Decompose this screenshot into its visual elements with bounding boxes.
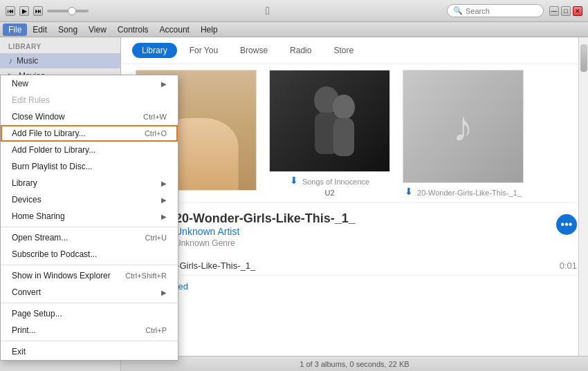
sidebar-item-music[interactable]: ♪ Music xyxy=(0,53,120,68)
svg-point-2 xyxy=(333,95,355,120)
tab-library[interactable]: Library xyxy=(132,43,177,58)
wonder-download-icon[interactable]: ⬇ xyxy=(405,186,413,197)
show-related-link[interactable]: Show Related xyxy=(121,276,588,297)
track-name: 20-Wonder-Girls-Like-This-_1_ xyxy=(132,260,560,271)
forward-button[interactable]: ⏭ xyxy=(33,6,43,16)
tab-store[interactable]: Store xyxy=(324,43,363,58)
menu-item-library-label: Library xyxy=(12,178,37,188)
new-arrow-icon: ▶ xyxy=(161,80,167,88)
main-layout: Library ♪ Music ▶ Movies 📺 TV Shows 🎙 Po… xyxy=(0,37,588,371)
menu-item-edit-rules: Edit Rules xyxy=(1,92,178,108)
menu-item-add-folder[interactable]: Add Folder to Library... xyxy=(1,142,178,158)
scrollbar[interactable] xyxy=(578,37,588,356)
menu-controls[interactable]: Controls xyxy=(112,23,154,36)
play-button[interactable]: ▶ xyxy=(19,6,29,16)
sidebar-label-music: Music xyxy=(17,56,38,66)
menu-item-add-file-label: Add File to Library... xyxy=(12,129,86,138)
table-row[interactable]: 20-Wonder-Girls-Like-This-_1_ 0:01 xyxy=(121,256,588,276)
menu-item-show-explorer[interactable]: Show in Windows Explorer Ctrl+Shift+R xyxy=(1,267,178,284)
menu-item-close-window[interactable]: Close Window Ctrl+W xyxy=(1,108,178,125)
menu-item-convert-label: Convert xyxy=(12,287,41,297)
volume-thumb[interactable] xyxy=(68,7,76,15)
tab-foryou[interactable]: For You xyxy=(180,43,228,58)
album-cover-wonder[interactable]: ♪ xyxy=(403,70,524,183)
menu-item-exit[interactable]: Exit xyxy=(1,343,178,360)
menu-edit[interactable]: Edit xyxy=(27,23,53,36)
album-card-wonder[interactable]: ♪ ⬇ 20-Wonder-Girls-Like-This-_1_ xyxy=(399,70,527,197)
track-duration: 0:01 xyxy=(560,260,577,271)
music-icon: ♪ xyxy=(8,56,12,66)
now-playing-artist[interactable]: Unknown Artist xyxy=(175,226,548,237)
add-file-shortcut: Ctrl+O xyxy=(145,129,167,137)
menu-item-convert[interactable]: Convert ▶ xyxy=(1,284,178,301)
menu-bar: File Edit Song View Controls Account Hel… xyxy=(0,22,588,37)
convert-arrow-icon: ▶ xyxy=(161,289,167,296)
title-center:  xyxy=(266,5,270,17)
sidebar-section-library: Library xyxy=(0,37,120,53)
u2-album-title: Songs of Innocence xyxy=(302,178,369,186)
menu-item-print[interactable]: Print... Ctrl+P xyxy=(1,322,178,339)
menu-item-home-sharing-label: Home Sharing xyxy=(12,211,65,221)
tab-radio[interactable]: Radio xyxy=(280,43,321,58)
menu-song[interactable]: Song xyxy=(53,23,83,36)
devices-arrow-icon: ▶ xyxy=(161,196,167,204)
menu-item-subscribe-podcast[interactable]: Subscribe to Podcast... xyxy=(1,246,178,263)
u2-silhouette-svg xyxy=(288,73,371,169)
wonder-album-title: 20-Wonder-Girls-Like-This-_1_ xyxy=(417,189,522,197)
close-button[interactable]: ✕ xyxy=(573,6,582,16)
nav-tabs: Library For You Browse Radio Store xyxy=(121,37,588,64)
now-playing-section: ♪ 20-Wonder-Girls-Like-This-_1_ Unknown … xyxy=(121,202,588,256)
menu-item-devices-label: Devices xyxy=(12,195,42,204)
menu-item-page-setup-label: Page Setup... xyxy=(12,309,62,318)
more-options-button[interactable]: ••• xyxy=(556,214,577,235)
album-cover-u2[interactable] xyxy=(269,70,390,172)
volume-slider[interactable] xyxy=(47,10,89,12)
menu-item-library[interactable]: Library ▶ xyxy=(1,175,178,191)
rewind-button[interactable]: ⏮ xyxy=(6,6,15,16)
menu-item-burn-playlist-label: Burn Playlist to Disc... xyxy=(12,162,93,171)
menu-item-exit-label: Exit xyxy=(12,347,26,356)
transport-controls[interactable]: ⏮ ▶ ⏭ xyxy=(6,6,89,16)
menu-item-show-explorer-label: Show in Windows Explorer xyxy=(12,271,111,280)
menu-item-close-window-label: Close Window xyxy=(12,112,65,122)
library-arrow-icon: ▶ xyxy=(161,180,167,187)
tab-browse[interactable]: Browse xyxy=(230,43,277,58)
menu-view[interactable]: View xyxy=(83,23,112,36)
status-text: 1 of 3 albums, 0 seconds, 22 KB xyxy=(300,360,409,368)
menu-item-home-sharing[interactable]: Home Sharing ▶ xyxy=(1,208,178,225)
album-card-u2[interactable]: ⬇ Songs of Innocence U2 xyxy=(266,70,394,197)
separator-4 xyxy=(1,341,178,341)
now-playing-info: 20-Wonder-Girls-Like-This-_1_ Unknown Ar… xyxy=(175,211,548,248)
apple-logo-icon:  xyxy=(266,5,270,17)
minimize-button[interactable]: — xyxy=(549,6,559,16)
menu-item-edit-rules-label: Edit Rules xyxy=(12,95,50,105)
menu-item-open-stream[interactable]: Open Stream... Ctrl+U xyxy=(1,229,178,246)
search-bar[interactable]: 🔍 xyxy=(447,4,544,17)
file-dropdown-menu[interactable]: New ▶ Edit Rules Close Window Ctrl+W Add… xyxy=(0,75,178,361)
close-window-shortcut: Ctrl+W xyxy=(143,113,167,121)
menu-item-new[interactable]: New ▶ xyxy=(1,75,178,92)
now-playing-title: 20-Wonder-Girls-Like-This-_1_ xyxy=(175,211,548,226)
menu-item-devices[interactable]: Devices ▶ xyxy=(1,191,178,208)
search-input[interactable] xyxy=(466,7,535,15)
u2-download-icon[interactable]: ⬇ xyxy=(290,175,298,186)
title-bar: ⏮ ▶ ⏭  🔍 — □ ✕ xyxy=(0,0,588,22)
menu-item-burn-playlist[interactable]: Burn Playlist to Disc... xyxy=(1,158,178,175)
svg-rect-3 xyxy=(333,118,354,156)
separator-2 xyxy=(1,265,178,265)
menu-item-page-setup[interactable]: Page Setup... xyxy=(1,305,178,322)
u2-artwork xyxy=(270,70,389,171)
status-bar: 1 of 3 albums, 0 seconds, 22 KB xyxy=(121,356,588,371)
album-grid: ⬇ Songs of Innocence U2 ♪ ⬇ 20-Wonder-Gi… xyxy=(121,64,588,202)
menu-account[interactable]: Account xyxy=(154,23,195,36)
menu-item-add-file[interactable]: Add File to Library... Ctrl+O xyxy=(1,125,178,142)
separator-1 xyxy=(1,227,178,227)
menu-help[interactable]: Help xyxy=(195,23,223,36)
print-shortcut: Ctrl+P xyxy=(145,326,167,334)
maximize-button[interactable]: □ xyxy=(561,6,571,16)
menu-file[interactable]: File xyxy=(3,23,27,36)
open-stream-shortcut: Ctrl+U xyxy=(145,234,167,242)
menu-item-add-folder-label: Add Folder to Library... xyxy=(12,145,95,155)
scrollbar-thumb[interactable] xyxy=(580,44,587,72)
music-note-icon: ♪ xyxy=(453,103,474,151)
